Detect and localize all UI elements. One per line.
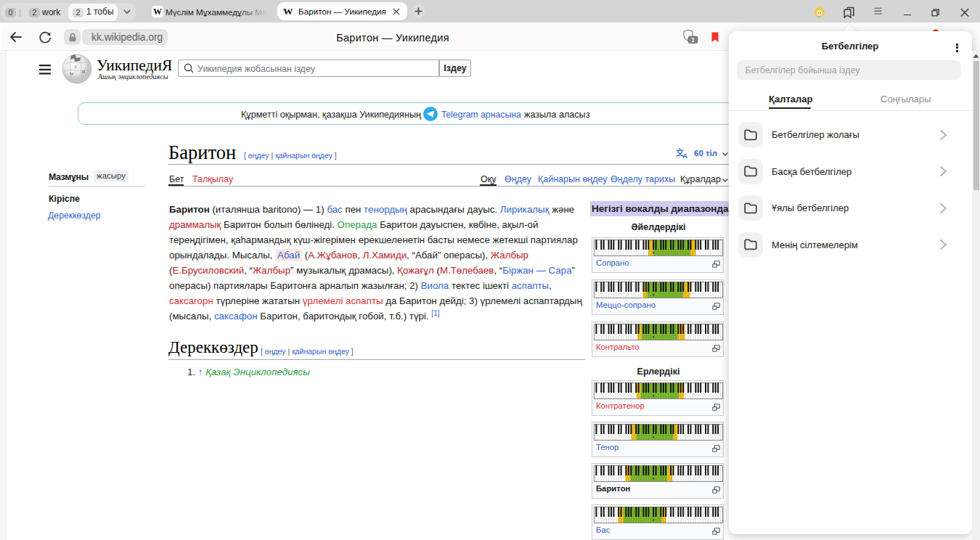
svg-text:C: C [75,65,78,69]
svg-text:A: A [682,151,687,158]
svg-text:W: W [70,72,74,76]
svg-text:1: 1 [691,36,695,44]
svg-text:И: И [82,70,86,74]
